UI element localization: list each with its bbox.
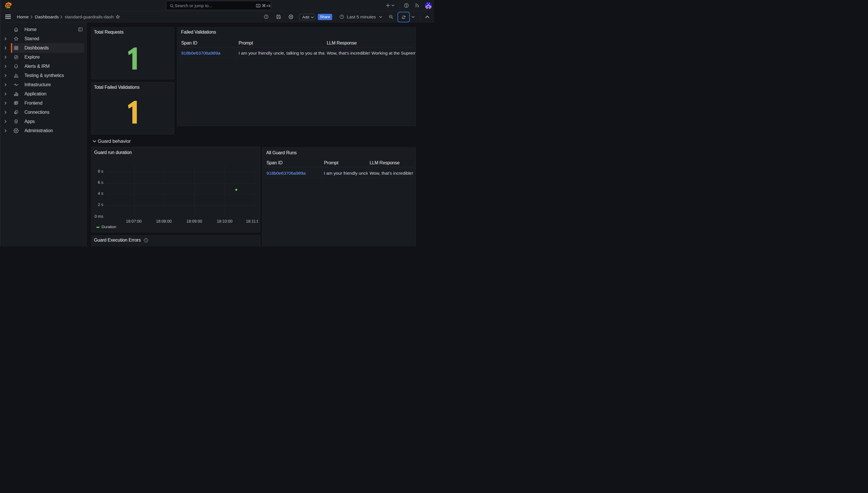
svg-text:k6: k6 <box>15 76 17 77</box>
